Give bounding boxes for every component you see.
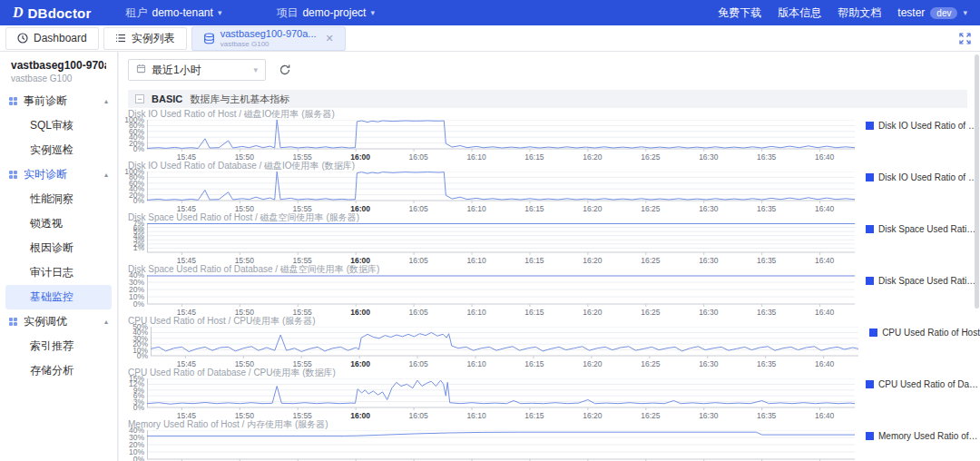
chevron-up-icon: ▴ [104, 171, 108, 179]
list-icon [115, 33, 126, 44]
sidebar-item-label: 锁透视 [30, 216, 63, 231]
link-version-info[interactable]: 版本信息 [778, 5, 821, 21]
calendar-icon [136, 64, 146, 76]
legend-item[interactable]: CPU Used Ratio of Host [869, 327, 980, 338]
x-axis-labels: 15:4515:5015:5516:0016:0516:1016:1516:20… [152, 204, 859, 211]
legend-label: Disk IO Used Ratio of Host [878, 121, 980, 131]
legend-label: Disk Space Used Ratio of Host [878, 224, 980, 234]
sidebar-item-label: 实例调优 [24, 314, 67, 329]
x-axis-labels: 15:4515:5015:5516:0016:0516:1016:1516:20… [152, 308, 859, 315]
legend-label: Memory Used Ratio of Host [878, 431, 980, 441]
instance-type: vastbase G100 [11, 74, 106, 83]
legend-item[interactable]: Disk IO Used Ratio of Database [866, 172, 980, 182]
sidebar-item-8[interactable]: 基础监控 [5, 285, 112, 309]
close-icon[interactable]: ✕ [326, 33, 334, 44]
sidebar-item-label: 实例巡检 [30, 142, 74, 158]
sidebar-item-11[interactable]: 存储分析 [0, 358, 117, 383]
grid-icon [9, 97, 17, 105]
chart-canvas[interactable] [147, 172, 855, 204]
user-menu[interactable]: tester dev ▾ [897, 6, 967, 19]
tab-label: vastbaseg100-970a... [220, 29, 317, 39]
tab-label: 实例列表 [132, 31, 175, 46]
grid-icon [9, 318, 17, 326]
chart-canvas[interactable] [147, 430, 855, 461]
app-logo[interactable]: D DBdoctor [13, 5, 92, 21]
legend-item[interactable]: Disk Space Used Ratio of Database [866, 275, 980, 286]
legend-item[interactable]: Disk Space Used Ratio of Host [866, 223, 980, 234]
sidebar-item-1[interactable]: SQL审核 [0, 113, 117, 138]
tenant-label: 租户 [126, 5, 148, 21]
refresh-icon[interactable] [279, 64, 291, 76]
sidebar: vastbaseg100-970a... vastbase G100 事前诊断▴… [0, 52, 118, 461]
y-axis-labels: 0%20%40%60%80%100% [128, 172, 147, 204]
link-help-docs[interactable]: 帮助文档 [838, 5, 881, 21]
sidebar-item-6[interactable]: 根因诊断 [0, 236, 117, 260]
link-free-download[interactable]: 免费下载 [718, 5, 761, 21]
tab-instance-list[interactable]: 实例列表 [103, 27, 187, 50]
time-range-select[interactable]: 最近1小时 ▾ [128, 59, 266, 81]
chevron-up-icon: ▴ [104, 97, 108, 105]
sidebar-item-7[interactable]: 审计日志 [0, 260, 117, 285]
chart-title: Disk Space Used Ratio of Host / 磁盘空间使用率 … [128, 211, 980, 223]
username: tester [897, 6, 925, 19]
project-selector[interactable]: 项目 demo-project ▾ [276, 5, 375, 21]
legend-item[interactable]: Disk IO Used Ratio of Host [866, 120, 980, 131]
sidebar-item-10[interactable]: 索引推荐 [0, 334, 117, 358]
chart-canvas[interactable] [151, 327, 858, 359]
legend-item[interactable]: CPU Used Ratio of Database [866, 378, 980, 389]
chart-row-1: Disk IO Used Ratio of Database / 磁盘IO使用率… [128, 160, 980, 211]
database-icon [203, 33, 215, 44]
y-tick-label: 50% [132, 323, 148, 330]
sidebar-item-4[interactable]: 性能洞察 [0, 187, 117, 211]
legend-label: Disk Space Used Ratio of Database [878, 276, 980, 286]
y-tick-label: 100% [124, 168, 144, 175]
tenant-selector[interactable]: 租户 demo-tenant ▾ [126, 5, 222, 21]
charts-area: Disk IO Used Ratio of Host / 磁盘IO使用率 (服务… [119, 108, 980, 461]
y-tick-label: 40% [129, 427, 144, 434]
x-axis-labels: 15:4515:5015:5516:0016:0516:1016:1516:20… [152, 359, 859, 367]
chart-row-2: Disk Space Used Ratio of Host / 磁盘空间使用率 … [128, 211, 980, 263]
logo-icon: D [13, 5, 24, 21]
chevron-down-icon: ▾ [963, 8, 967, 17]
scrollbar-thumb[interactable] [975, 54, 979, 309]
tab-instance-detail[interactable]: vastbaseg100-970a... vastbase G100 ✕ [191, 26, 346, 51]
y-tick-label: 10% [129, 293, 144, 300]
chart-row-6: Memory Used Ratio of Host / 内存使用率 (服务器)0… [128, 418, 980, 461]
chevron-down-icon: ▾ [253, 65, 258, 74]
legend-swatch [866, 432, 874, 440]
collapse-icon[interactable]: − [135, 94, 144, 103]
chart-title: Disk Space Used Ratio of Database / 磁盘空间… [128, 263, 980, 275]
sidebar-item-5[interactable]: 锁透视 [0, 211, 117, 236]
chart-canvas[interactable] [147, 120, 855, 152]
sidebar-item-9[interactable]: 实例调优▴ [0, 309, 117, 334]
project-label: 项目 [276, 5, 298, 21]
time-range-value: 最近1小时 [152, 63, 201, 78]
logo-text: DBdoctor [28, 5, 92, 21]
chart-title: CPU Used Ratio of Host / CPU使用率 (服务器) [128, 315, 980, 327]
chart-canvas[interactable] [147, 275, 855, 308]
tab-dashboard[interactable]: Dashboard [5, 27, 99, 50]
y-tick-label: 30% [129, 279, 144, 286]
y-tick-label: 15% [129, 375, 144, 382]
tenant-value: demo-tenant [152, 6, 213, 19]
sidebar-item-0[interactable]: 事前诊断▴ [0, 89, 117, 113]
section-header-basic[interactable]: − BASIC 数据库与主机基本指标 [128, 90, 967, 108]
tab-bar: Dashboard 实例列表 vastbaseg100-970a... vast… [0, 25, 980, 52]
main-panel: 最近1小时 ▾ − BASIC 数据库与主机基本指标 Disk IO Used … [119, 52, 980, 461]
x-axis-labels: 15:4515:5015:5516:0016:0516:1016:1516:20… [152, 152, 859, 160]
sidebar-item-label: 审计日志 [30, 265, 74, 280]
chart-canvas[interactable] [147, 378, 855, 411]
legend-label: CPU Used Ratio of Database [878, 379, 980, 389]
legend-item[interactable]: Memory Used Ratio of Host [866, 430, 980, 441]
sidebar-item-label: 实时诊断 [24, 167, 67, 182]
chart-title: Disk IO Used Ratio of Database / 磁盘IO使用率… [128, 160, 980, 172]
chart-title: Memory Used Ratio of Host / 内存使用率 (服务器) [128, 418, 980, 430]
y-axis-labels: 0%20%40%60%80%100% [128, 120, 147, 152]
sidebar-item-2[interactable]: 实例巡检 [0, 138, 117, 162]
project-value: demo-project [302, 6, 366, 19]
y-tick-label: 40% [129, 271, 144, 279]
chart-canvas[interactable] [147, 223, 855, 256]
fullscreen-icon[interactable] [959, 33, 971, 47]
sidebar-item-3[interactable]: 实时诊断▴ [0, 162, 117, 187]
chart-row-5: CPU Used Ratio of Database / CPU使用率 (数据库… [128, 367, 980, 418]
